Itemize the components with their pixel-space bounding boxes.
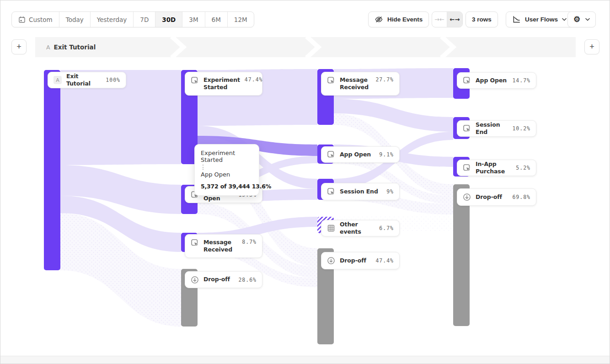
date-preset-12m[interactable]: 12M bbox=[228, 12, 254, 27]
plus-icon: + bbox=[16, 42, 21, 52]
step-separator-chevrons bbox=[35, 37, 576, 57]
node-label: Other events bbox=[340, 221, 375, 236]
expand-columns-button[interactable]: ←→ bbox=[447, 12, 462, 27]
view-selector-button[interactable]: User Flows bbox=[506, 11, 573, 27]
rows-button[interactable]: 3 rows bbox=[466, 11, 498, 27]
flow-node-card-c4-app[interactable]: App Open14.7% bbox=[457, 72, 536, 89]
gear-icon: ⚙ bbox=[573, 16, 580, 23]
user-flows-app: CustomTodayYesterday7D30D3M6M12M Hide Ev… bbox=[0, 0, 610, 364]
node-label: Session End bbox=[476, 121, 508, 136]
node-percent: 100% bbox=[106, 77, 120, 83]
chevron-down-icon bbox=[585, 18, 590, 21]
node-percent: 69.8% bbox=[512, 194, 530, 200]
tooltip-source-event: Experiment Started bbox=[201, 150, 253, 163]
step-header-band: A Exit Tutorial bbox=[35, 37, 576, 57]
date-preset-label: 6M bbox=[212, 16, 221, 23]
drop-off-icon bbox=[191, 276, 199, 284]
plus-icon: + bbox=[589, 42, 594, 52]
rows-label: 3 rows bbox=[472, 16, 492, 23]
event-cursor-icon bbox=[191, 239, 199, 247]
spacing-toggle: →← ←→ bbox=[432, 11, 463, 27]
date-range-picker: CustomTodayYesterday7D30D3M6M12M bbox=[11, 11, 254, 27]
add-step-right-button[interactable]: + bbox=[584, 39, 599, 54]
flow-node-card-c2-drop[interactable]: Drop-off28.6% bbox=[185, 271, 262, 288]
node-label: Message Received bbox=[340, 76, 371, 91]
flow-node-card-c4-inapp[interactable]: In-App Purchase5.2% bbox=[457, 160, 536, 176]
node-percent: 28.6% bbox=[238, 277, 257, 283]
node-percent: 14.7% bbox=[512, 77, 530, 84]
node-percent: 27.7% bbox=[375, 76, 394, 83]
event-cursor-icon bbox=[327, 150, 335, 159]
flow-node-card-c3-msg[interactable]: Message Received27.7% bbox=[321, 72, 400, 96]
date-preset-custom[interactable]: Custom bbox=[12, 12, 59, 27]
flow-tooltip: Experiment Started App Open 5,372 of 39,… bbox=[194, 144, 259, 196]
user-flows-chart-icon bbox=[512, 15, 521, 24]
event-cursor-icon bbox=[463, 124, 471, 133]
date-preset-label: 12M bbox=[234, 16, 247, 23]
collapse-arrows-icon: →← bbox=[434, 16, 444, 23]
node-percent: 10.2% bbox=[512, 125, 530, 132]
flow-node-card-c4-drop[interactable]: Drop-off69.8% bbox=[457, 188, 536, 206]
date-preset-today[interactable]: Today bbox=[59, 12, 91, 27]
event-cursor-icon bbox=[463, 164, 471, 172]
node-label: App Open bbox=[476, 77, 508, 84]
flow-node-card-c2-exp[interactable]: Experiment Started47.4% bbox=[185, 72, 262, 96]
date-preset-3m[interactable]: 3M bbox=[182, 12, 205, 27]
flow-node-card-c3-other[interactable]: Other events6.7% bbox=[321, 220, 400, 236]
collapse-columns-button[interactable]: →← bbox=[432, 12, 447, 27]
node-label: Drop-off bbox=[203, 276, 234, 283]
sankey-canvas: AExit Tutorial100%Experiment Started47.4… bbox=[0, 57, 610, 357]
tooltip-stat: 5,372 of 39,444 13.6% bbox=[201, 183, 253, 190]
flow-node-card-c3-session[interactable]: Session End9% bbox=[321, 183, 400, 200]
node-label: In-App Purchase bbox=[476, 161, 511, 176]
flow-node-bar-c1-exit[interactable] bbox=[44, 70, 60, 270]
node-label: Experiment Started bbox=[203, 76, 240, 91]
event-cursor-icon bbox=[327, 76, 335, 85]
event-cursor-icon bbox=[327, 187, 335, 196]
event-cursor-icon bbox=[463, 76, 471, 85]
flow-node-card-c3-app[interactable]: App Open9.1% bbox=[321, 146, 400, 163]
flow-node-card-c1-exit[interactable]: AExit Tutorial100% bbox=[48, 72, 126, 88]
node-percent: 47.4% bbox=[375, 257, 394, 264]
add-step-left-button[interactable]: + bbox=[11, 39, 27, 54]
toolbar: CustomTodayYesterday7D30D3M6M12M Hide Ev… bbox=[0, 0, 610, 33]
date-preset-label: 30D bbox=[162, 16, 176, 23]
node-label: Exit Tutorial bbox=[66, 73, 101, 88]
other-events-grid-icon bbox=[327, 224, 335, 232]
chevron-down-icon bbox=[562, 18, 567, 21]
node-label: App Open bbox=[340, 151, 375, 158]
calendar-icon bbox=[18, 16, 26, 23]
node-label: Drop-off bbox=[476, 193, 508, 201]
drop-off-icon bbox=[327, 257, 335, 265]
node-label: Session End bbox=[340, 188, 382, 195]
date-preset-label: 3M bbox=[189, 16, 198, 23]
date-preset-label: Yesterday bbox=[97, 16, 127, 23]
hide-events-button[interactable]: Hide Events bbox=[368, 11, 429, 27]
flow-ribbons bbox=[0, 57, 610, 357]
date-preset-label: 7D bbox=[140, 16, 149, 23]
node-percent: 9.1% bbox=[379, 151, 394, 158]
flow-node-card-c2-msg[interactable]: Message Received8.7% bbox=[185, 234, 262, 258]
tooltip-target-event: App Open bbox=[201, 171, 253, 178]
date-preset-6m[interactable]: 6M bbox=[205, 12, 228, 27]
view-label: User Flows bbox=[525, 16, 558, 23]
node-percent: 8.7% bbox=[242, 239, 257, 245]
flow-node-card-c4-session[interactable]: Session End10.2% bbox=[457, 120, 536, 137]
flow-node-card-c3-drop[interactable]: Drop-off47.4% bbox=[321, 252, 400, 269]
step-letter-badge: A bbox=[54, 76, 62, 84]
event-cursor-icon bbox=[191, 76, 199, 85]
date-preset-yesterday[interactable]: Yesterday bbox=[91, 12, 134, 27]
node-percent: 9% bbox=[386, 188, 394, 195]
date-preset-30d[interactable]: 30D bbox=[155, 12, 182, 27]
node-percent: 6.7% bbox=[379, 225, 394, 231]
footer-strip bbox=[0, 356, 610, 364]
node-label: Drop-off bbox=[340, 257, 371, 264]
node-percent: 5.2% bbox=[516, 165, 530, 171]
date-preset-7d[interactable]: 7D bbox=[134, 12, 155, 27]
settings-button[interactable]: ⚙ bbox=[567, 11, 596, 27]
eye-off-icon bbox=[375, 15, 383, 24]
expand-arrows-icon: ←→ bbox=[450, 16, 460, 23]
node-label: Message Received bbox=[203, 239, 237, 254]
date-preset-label: Today bbox=[66, 16, 84, 23]
drop-off-icon bbox=[463, 193, 471, 201]
